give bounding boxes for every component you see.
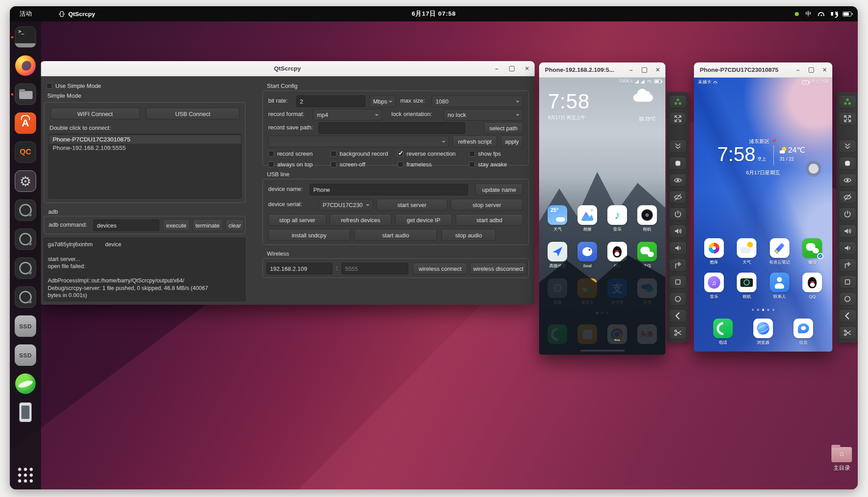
show-applications-button[interactable] xyxy=(15,464,36,486)
panel-system-tray[interactable]: 中 xyxy=(795,10,852,18)
power-button[interactable] xyxy=(669,207,687,221)
volume-up-button[interactable] xyxy=(839,224,856,238)
dock-device-1[interactable] xyxy=(15,199,36,221)
always-on-top-checkbox[interactable] xyxy=(268,162,274,167)
fullscreen-button[interactable] xyxy=(839,112,856,125)
touch-button[interactable] xyxy=(669,157,687,170)
dock-maps-app[interactable] xyxy=(15,373,36,394)
app-wechat[interactable]: 微信 xyxy=(634,242,660,269)
dock-terminal[interactable] xyxy=(15,26,36,48)
dock-qtscrcpy-active[interactable] xyxy=(15,170,36,192)
record-save-path-input[interactable] xyxy=(319,122,465,134)
app-wechat[interactable]: ✓微信 xyxy=(799,238,825,265)
app-music[interactable]: 音乐 xyxy=(701,273,727,300)
home-indicator-bar[interactable] xyxy=(580,350,625,352)
use-simple-mode-checkbox[interactable] xyxy=(46,83,52,89)
app-qq[interactable]: QQ xyxy=(604,242,630,269)
stop-all-server-button[interactable]: stop all server xyxy=(268,214,326,226)
touch-button[interactable] xyxy=(839,157,856,170)
volume-down-button[interactable] xyxy=(839,241,856,255)
wifi-connect-button[interactable]: WIFI Connect xyxy=(50,108,140,120)
app-seal[interactable]: Seal xyxy=(574,242,600,269)
adb-log-output[interactable]: ga7d65ylnj6xinhm device start server... … xyxy=(44,238,245,301)
app-music[interactable]: 音乐 xyxy=(604,205,630,232)
device-list-item[interactable]: Phone-192.168.2.109:5555 xyxy=(49,144,241,152)
stay-awake-checkbox[interactable] xyxy=(469,162,475,167)
dock-firefox[interactable] xyxy=(15,55,36,76)
maximize-icon[interactable] xyxy=(508,65,516,73)
screen-off-button[interactable] xyxy=(669,191,687,204)
adb-command-input[interactable] xyxy=(93,220,159,231)
screenshot-button[interactable] xyxy=(839,326,856,340)
dock-app-messages[interactable] xyxy=(574,324,600,344)
app-contacts[interactable]: 联系人 xyxy=(767,273,793,300)
record-screen-checkbox[interactable] xyxy=(268,151,274,157)
dock-qtcreator[interactable]: QC xyxy=(15,141,36,163)
bit-rate-input[interactable] xyxy=(296,95,365,107)
execute-button[interactable]: execute xyxy=(163,220,190,231)
start-audio-button[interactable]: start audio xyxy=(354,229,437,241)
focused-app-indicator[interactable]: QtScrcpy xyxy=(58,11,95,17)
dock-device-4[interactable] xyxy=(15,286,36,308)
phone1-titlebar[interactable]: Phone-192.168.2.109:5... – ✕ xyxy=(539,62,665,78)
app-camera[interactable]: 相机 xyxy=(734,273,760,300)
dock-phone-app[interactable] xyxy=(15,402,36,423)
get-device-ip-button[interactable]: get device IP xyxy=(395,214,452,226)
volume-down-button[interactable] xyxy=(669,241,687,255)
phone2-titlebar[interactable]: Phone-P7CDU17C23010875 – ✕ xyxy=(694,62,832,78)
refresh-devices-button[interactable]: refresh devices xyxy=(330,214,391,226)
home-button[interactable] xyxy=(669,292,687,306)
close-icon[interactable]: ✕ xyxy=(821,66,829,74)
dock-device-3[interactable] xyxy=(15,257,36,279)
device-name-input[interactable] xyxy=(310,184,468,195)
dock-app-phone[interactable]: 电话 xyxy=(710,319,736,346)
start-server-button[interactable]: start server xyxy=(377,199,447,211)
dock-ubuntu-software[interactable] xyxy=(15,112,36,134)
fullscreen-button[interactable] xyxy=(669,112,687,125)
app-weather[interactable]: 天气 xyxy=(734,238,760,265)
menu-button[interactable] xyxy=(669,275,687,289)
app-amap[interactable]: 高德地图 xyxy=(544,242,570,269)
dock-ssd-drive-1[interactable]: SSD xyxy=(15,315,36,337)
dock-device-2[interactable] xyxy=(15,228,36,250)
ime-indicator[interactable]: 中 xyxy=(806,10,812,18)
app-youdao-note[interactable]: 有道云笔记 xyxy=(767,238,793,265)
usb-connect-button[interactable]: USB Connect xyxy=(146,108,240,120)
wireless-disconnect-button[interactable]: wireless disconnect xyxy=(470,263,527,274)
install-sndcpy-button[interactable]: install sndcpy xyxy=(268,229,350,241)
back-button[interactable] xyxy=(669,309,687,323)
dock-files[interactable] xyxy=(15,83,36,105)
frameless-checkbox[interactable] xyxy=(398,162,403,167)
apply-button[interactable]: apply xyxy=(501,136,523,147)
assistive-ball[interactable] xyxy=(806,161,822,177)
power-button[interactable] xyxy=(839,207,856,221)
close-icon[interactable]: ✕ xyxy=(523,65,531,73)
app-qq[interactable]: QQ xyxy=(799,273,825,300)
qtscrcpy-titlebar[interactable]: QtScrcpy – ✕ xyxy=(40,61,535,76)
stop-server-button[interactable]: stop server xyxy=(451,199,523,211)
panel-clock[interactable]: 6月17日 07:58 xyxy=(412,10,456,18)
dock-app-messages[interactable]: 信息 xyxy=(790,319,816,346)
app-switch-button[interactable] xyxy=(669,258,687,272)
minimize-icon[interactable]: – xyxy=(794,66,802,74)
lock-orientation-select[interactable]: no lock xyxy=(444,109,523,120)
expand-notifications-button[interactable] xyxy=(839,140,856,153)
bit-rate-unit-select[interactable]: Mbps xyxy=(369,95,396,107)
app-gallery[interactable]: 相册 xyxy=(574,205,600,232)
screen-on-button[interactable] xyxy=(669,174,687,187)
maximize-icon[interactable] xyxy=(640,66,648,74)
background-record-checkbox[interactable] xyxy=(331,151,336,157)
dock-app-chrome[interactable]: Beta xyxy=(604,324,630,344)
volume-up-button[interactable] xyxy=(669,224,687,238)
terminate-button[interactable]: terminate xyxy=(192,220,223,231)
wireless-port-input[interactable] xyxy=(341,263,408,274)
minimize-icon[interactable]: – xyxy=(493,65,501,73)
group-control-button[interactable] xyxy=(839,95,856,108)
screen-off-checkbox[interactable] xyxy=(331,162,336,167)
wireless-ip-input[interactable] xyxy=(266,263,332,274)
maximize-icon[interactable] xyxy=(807,66,815,74)
home-button[interactable] xyxy=(839,292,856,306)
close-icon[interactable]: ✕ xyxy=(654,66,662,74)
device-serial-select[interactable]: P7CDU17C23010 xyxy=(319,199,373,211)
device-list-item[interactable]: Phone-P7CDU17C23010875 xyxy=(49,135,241,144)
